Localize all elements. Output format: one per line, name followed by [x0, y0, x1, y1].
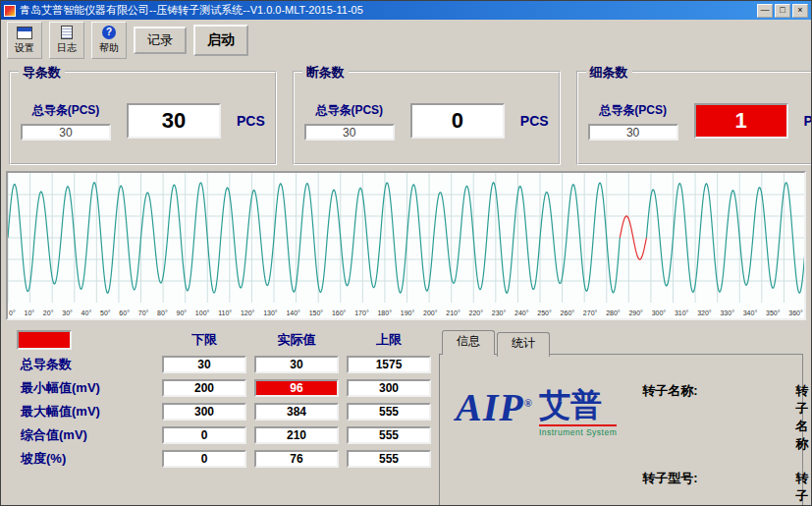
x-axis-tick: 150°: [309, 309, 323, 316]
x-axis-tick: 230°: [492, 309, 506, 316]
log-icon: [61, 26, 73, 39]
limits-table: 下限 实际值 上限 总导条数30301575最小幅值(mV)20096300最大…: [9, 330, 429, 506]
info-field-label: 转子名称:: [642, 382, 789, 453]
x-axis-tick: 350°: [766, 309, 780, 316]
x-axis-tick: 330°: [720, 309, 733, 316]
limit-actual-value: 96: [254, 379, 339, 397]
start-button[interactable]: 启动: [193, 25, 248, 56]
logo-subtitle: Instrument System: [539, 424, 617, 437]
thin-bar-setting-input[interactable]: 30: [588, 124, 678, 141]
titlebar: 青岛艾普智能仪器有限公司--压铸转子测试系统--V1.0.0-MLT-2015-…: [1, 1, 811, 20]
x-axis-tick: 50°: [100, 309, 111, 316]
info-panel: 信息 统计 AIP® 艾普 Instrument System 转子名称:转子名…: [439, 330, 803, 506]
x-axis-tick: 300°: [652, 309, 666, 316]
x-axis-tick: 30°: [62, 309, 73, 316]
record-button[interactable]: 记录: [134, 27, 187, 54]
bar-count-unit: PCS: [237, 113, 265, 129]
thin-bar-groupbox: 细条数 总导条(PCS) 30 1 PCS: [576, 71, 812, 165]
x-axis-tick: 40°: [81, 309, 92, 316]
broken-bar-title: 断条数: [302, 64, 349, 82]
limit-actual-value: 30: [254, 356, 339, 373]
lower-limit-header: 下限: [162, 331, 246, 349]
thin-bar-body: 总导条(PCS) 30 1 PCS: [578, 73, 812, 163]
thin-bar-title: 细条数: [586, 64, 632, 82]
limit-lower-value: 200: [162, 379, 246, 397]
minimize-button[interactable]: —: [757, 4, 773, 18]
tab-info[interactable]: 信息: [442, 330, 495, 355]
x-axis-tick: 160°: [332, 309, 346, 316]
maximize-button[interactable]: □: [775, 4, 790, 18]
x-axis-tick: 90°: [176, 309, 187, 316]
limit-upper-value: 1575: [347, 356, 431, 373]
x-axis-tick: 110°: [218, 309, 232, 316]
x-axis-tick: 270°: [583, 309, 597, 316]
bottom-section: 下限 实际值 上限 总导条数30301575最小幅值(mV)20096300最大…: [9, 330, 803, 506]
broken-bar-setting-input[interactable]: 30: [304, 124, 395, 141]
x-axis-tick: 340°: [743, 309, 757, 316]
bar-count-groupbox: 导条数 总导条(PCS) 30 30 PCS: [9, 71, 277, 165]
waveform-chart: 0°10°20°30°40°50°60°70°80°90°100°110°120…: [6, 171, 806, 320]
x-axis-tick: 260°: [561, 309, 574, 316]
x-axis-tick: 360°: [788, 309, 802, 316]
waveform-plot: [8, 173, 806, 303]
bar-count-display: 30: [127, 103, 221, 139]
close-button[interactable]: ×: [792, 4, 808, 18]
x-axis-tick: 210°: [446, 309, 460, 316]
tab-statistics[interactable]: 统计: [497, 332, 550, 357]
log-button[interactable]: 日志: [49, 22, 84, 59]
rotor-info-fields: 转子名称:转子名称转子型号:转子型号传感器距离(mm):10传感器角度(°):1…: [642, 382, 809, 506]
actual-value-header: 实际值: [254, 331, 339, 349]
x-axis-tick: 240°: [514, 309, 528, 316]
bar-count-setting-input[interactable]: 30: [21, 124, 111, 141]
x-axis-tick: 70°: [138, 309, 149, 316]
x-axis-tick: 20°: [43, 309, 54, 316]
limit-upper-value: 555: [347, 426, 431, 444]
thin-bar-unit: PCS: [804, 113, 812, 129]
limit-row-label: 最小幅值(mV): [9, 379, 154, 397]
aip-logo: AIP® 艾普 Instrument System: [456, 388, 617, 506]
x-axis-tick: 190°: [401, 309, 414, 316]
x-axis-tick: 200°: [423, 309, 437, 316]
toolbar: 设置 日志 ? 帮助 记录 启动: [1, 20, 811, 61]
logo-chinese: 艾普: [539, 388, 617, 422]
thin-bar-display: 1: [694, 103, 788, 139]
log-label: 日志: [57, 41, 77, 55]
result-indicator-cell: [9, 330, 154, 350]
window-title: 青岛艾普智能仪器有限公司--压铸转子测试系统--V1.0.0-MLT-2015-…: [20, 3, 753, 18]
x-axis-tick: 100°: [195, 309, 209, 316]
broken-bar-setting: 总导条(PCS) 30: [304, 102, 395, 141]
app-window: 青岛艾普智能仪器有限公司--压铸转子测试系统--V1.0.0-MLT-2015-…: [0, 0, 812, 506]
limit-actual-value: 210: [254, 426, 339, 444]
limit-row-label: 总导条数: [9, 356, 154, 373]
x-axis-tick: 140°: [286, 309, 299, 316]
limit-lower-value: 0: [162, 450, 246, 468]
x-axis-tick: 10°: [24, 309, 34, 316]
x-axis-tick: 0°: [9, 309, 16, 316]
x-axis-tick: 130°: [263, 309, 277, 316]
info-field-label: 转子型号:: [642, 470, 789, 506]
bar-count-body: 总导条(PCS) 30 30 PCS: [11, 73, 275, 163]
info-field-value: 转子名称: [795, 382, 809, 453]
settings-label: 设置: [15, 41, 34, 55]
logo-cn-wrap: 艾普 Instrument System: [539, 388, 617, 437]
alarm-indicator: [17, 330, 72, 350]
x-axis-tick: 170°: [354, 309, 368, 316]
limit-lower-value: 300: [162, 403, 246, 421]
settings-button[interactable]: 设置: [7, 22, 42, 59]
help-label: 帮助: [99, 41, 119, 55]
registered-mark: ®: [524, 397, 533, 409]
counter-panels: 导条数 总导条(PCS) 30 30 PCS 断条数 总导条(PCS) 30 0…: [9, 71, 803, 165]
limit-upper-value: 555: [347, 450, 431, 468]
limit-row-label: 综合值(mV): [9, 426, 154, 444]
x-axis-tick: 320°: [697, 309, 711, 316]
info-tabs: 信息 统计: [439, 330, 803, 355]
info-tab-page: AIP® 艾普 Instrument System 转子名称:转子名称转子型号:…: [439, 354, 803, 506]
x-axis-tick: 310°: [675, 309, 688, 316]
x-axis-tick: 220°: [469, 309, 483, 316]
app-icon: [4, 5, 16, 17]
upper-limit-header: 上限: [347, 331, 431, 349]
help-button[interactable]: ? 帮助: [91, 22, 127, 59]
x-axis-tick: 60°: [119, 309, 130, 316]
limit-actual-value: 384: [254, 403, 339, 421]
info-field-value: 转子型号: [795, 470, 809, 506]
